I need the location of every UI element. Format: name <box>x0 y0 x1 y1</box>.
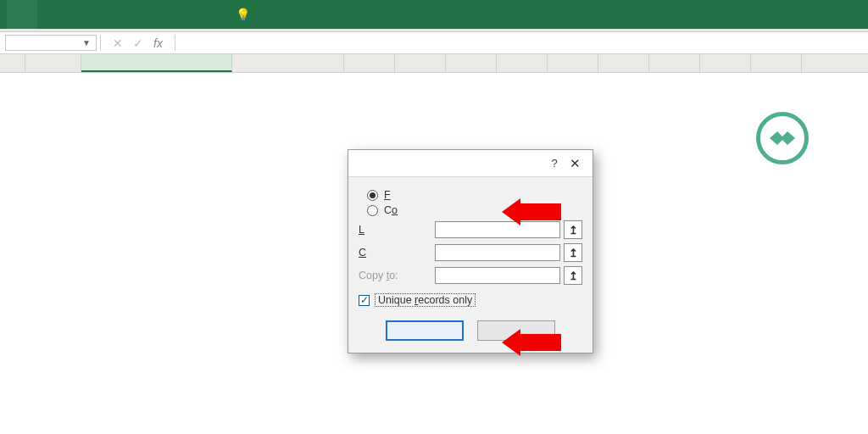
fx-icon[interactable]: fx <box>153 36 163 50</box>
tab-formulas[interactable] <box>112 0 136 29</box>
lightbulb-icon: 💡 <box>236 8 250 21</box>
col-header-g[interactable] <box>497 54 548 72</box>
radio-icon <box>367 190 378 201</box>
select-all-corner[interactable] <box>0 54 25 72</box>
radio-label: F <box>384 189 391 201</box>
handshake-icon <box>756 112 809 164</box>
help-icon[interactable]: ? <box>545 157 564 170</box>
col-header-k[interactable] <box>700 54 751 72</box>
col-header-c[interactable] <box>232 54 344 72</box>
col-header-h[interactable] <box>548 54 598 72</box>
cancel-icon[interactable]: ✕ <box>113 36 123 50</box>
range-picker-icon[interactable]: ↥ <box>564 243 582 262</box>
col-header-d[interactable] <box>344 54 395 72</box>
close-icon[interactable]: ✕ <box>564 156 586 171</box>
annotation-arrow <box>502 329 561 356</box>
checkbox-label: Unique records only <box>375 293 476 307</box>
range-picker-icon[interactable]: ↥ <box>564 266 582 285</box>
tab-help[interactable] <box>207 0 231 29</box>
col-header-b[interactable] <box>81 54 232 72</box>
formula-bar: ▼ ✕ ✓ fx <box>0 32 868 54</box>
tab-page-layout[interactable] <box>88 0 112 29</box>
col-header-a[interactable] <box>25 54 81 72</box>
radio-label: Co <box>384 204 398 216</box>
ribbon: 💡 <box>0 0 868 29</box>
formula-input[interactable] <box>175 32 868 53</box>
copy-to-label: Copy to: <box>359 270 435 281</box>
tab-file[interactable] <box>7 0 37 29</box>
column-headers <box>0 54 868 73</box>
criteria-range-input[interactable] <box>435 244 560 261</box>
range-picker-icon[interactable]: ↥ <box>564 220 582 239</box>
checkbox-icon: ✓ <box>359 295 370 306</box>
tab-review[interactable] <box>159 0 183 29</box>
list-range-label: L <box>359 224 435 236</box>
enter-icon[interactable]: ✓ <box>133 36 143 50</box>
criteria-range-label: C <box>359 247 435 259</box>
advanced-filter-dialog: ? ✕ F Co L ↥ C ↥ Copy to: ↥ ✓ Uniqu <box>348 149 593 353</box>
copy-to-input <box>435 267 560 284</box>
name-box[interactable]: ▼ <box>5 35 97 51</box>
formula-buttons: ✕ ✓ fx <box>101 32 175 53</box>
col-header-i[interactable] <box>598 54 649 72</box>
tell-me[interactable]: 💡 <box>236 8 257 21</box>
tab-insert[interactable] <box>64 0 88 29</box>
dialog-titlebar: ? ✕ <box>348 150 593 177</box>
tab-home[interactable] <box>41 0 64 29</box>
tab-view[interactable] <box>183 0 207 29</box>
dialog-body: F Co L ↥ C ↥ Copy to: ↥ ✓ Unique records… <box>348 177 593 312</box>
unique-records-checkbox[interactable]: ✓ Unique records only <box>359 293 582 307</box>
col-header-j[interactable] <box>649 54 700 72</box>
radio-icon <box>367 205 378 216</box>
chevron-down-icon[interactable]: ▼ <box>77 38 91 47</box>
col-header-l[interactable] <box>751 54 802 72</box>
watermark-logo <box>756 112 809 170</box>
col-header-e[interactable] <box>395 54 446 72</box>
annotation-arrow <box>502 198 561 225</box>
col-header-f[interactable] <box>446 54 497 72</box>
tab-data[interactable] <box>136 0 159 29</box>
ok-button[interactable] <box>386 320 464 341</box>
